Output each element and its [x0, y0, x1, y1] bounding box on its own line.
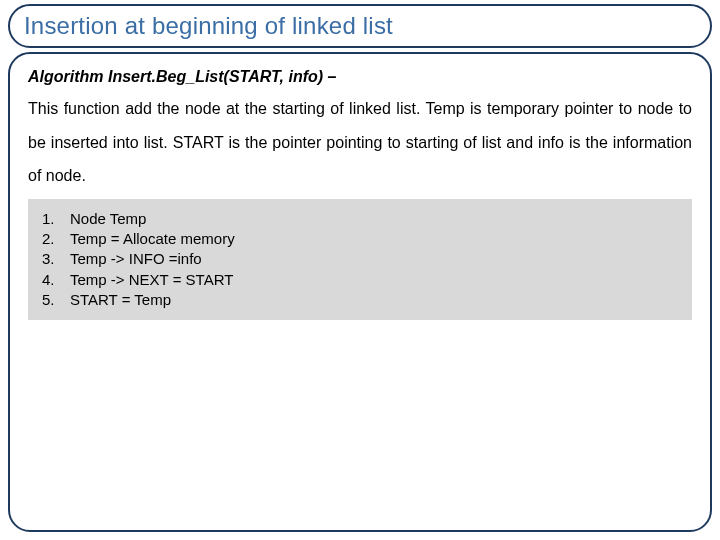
step-text: START = Temp [70, 290, 678, 310]
slide: Insertion at beginning of linked list Al… [0, 0, 720, 540]
content-box: Algorithm Insert.Beg_List(START, info) –… [8, 52, 712, 532]
step-text: Temp -> INFO =info [70, 249, 678, 269]
step-number: 1. [42, 209, 70, 229]
step-number: 5. [42, 290, 70, 310]
step-text: Temp = Allocate memory [70, 229, 678, 249]
slide-title: Insertion at beginning of linked list [24, 12, 393, 39]
algorithm-description: This function add the node at the starti… [28, 92, 692, 193]
algorithm-steps: 1. Node Temp 2. Temp = Allocate memory 3… [28, 199, 692, 320]
step-number: 2. [42, 229, 70, 249]
step-number: 4. [42, 270, 70, 290]
step-row: 1. Node Temp [42, 209, 678, 229]
step-row: 2. Temp = Allocate memory [42, 229, 678, 249]
step-row: 5. START = Temp [42, 290, 678, 310]
step-text: Temp -> NEXT = START [70, 270, 678, 290]
step-row: 3. Temp -> INFO =info [42, 249, 678, 269]
step-number: 3. [42, 249, 70, 269]
step-text: Node Temp [70, 209, 678, 229]
title-box: Insertion at beginning of linked list [8, 4, 712, 48]
algorithm-header: Algorithm Insert.Beg_List(START, info) – [28, 68, 692, 86]
step-row: 4. Temp -> NEXT = START [42, 270, 678, 290]
